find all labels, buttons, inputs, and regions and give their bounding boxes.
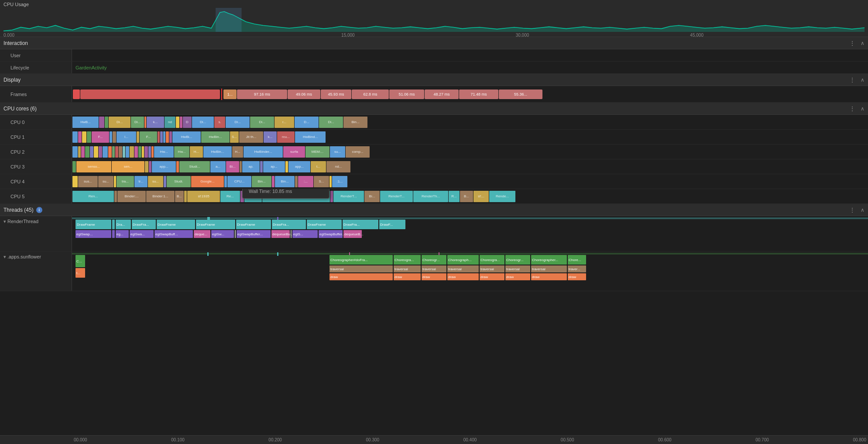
- cpu0-seg-15[interactable]: r...: [274, 117, 294, 128]
- cpu1-seg-20[interactable]: rcu...: [277, 131, 295, 143]
- cpu1-seg-10[interactable]: [158, 131, 160, 143]
- cpu2-seg-5[interactable]: [94, 146, 98, 158]
- cpu0-seg-3[interactable]: Di...: [109, 117, 130, 128]
- cpu4-seg-0[interactable]: [72, 176, 78, 187]
- frame-62ms[interactable]: 62.8 ms: [352, 89, 389, 99]
- cpu0-seg-1[interactable]: [99, 117, 104, 128]
- cpu2-seg-13[interactable]: [126, 146, 129, 158]
- rt-egls-2[interactable]: eglS...: [292, 230, 318, 238]
- display-menu-icon[interactable]: ⋮: [847, 76, 857, 84]
- cpu-cores-menu-icon[interactable]: ⋮: [847, 104, 857, 113]
- cpu1-seg-14[interactable]: [169, 131, 172, 143]
- rt-drawframe-0[interactable]: DrawFrame: [75, 220, 111, 229]
- cpu3-seg-5[interactable]: app...: [152, 161, 176, 172]
- rt-dra-0[interactable]: Dra...: [116, 220, 131, 229]
- frame-97ms[interactable]: 97.16 ms: [237, 89, 287, 99]
- cpu3-seg-6[interactable]: [176, 161, 179, 172]
- cpu0-seg-12[interactable]: s.: [214, 117, 225, 128]
- cpu4-seg-14[interactable]: Bin...: [275, 176, 295, 187]
- cpu4-seg-19[interactable]: :1...: [332, 176, 347, 187]
- cpu2-seg-21[interactable]: Hw...: [154, 146, 174, 158]
- cpu4-seg-13[interactable]: [272, 176, 274, 187]
- cpu4-seg-18[interactable]: [329, 176, 332, 187]
- choreo-6[interactable]: Choreographer...: [531, 255, 567, 265]
- cpu3-seg-17[interactable]: nd...: [326, 161, 350, 172]
- cpu4-seg-2[interactable]: su...: [98, 176, 113, 187]
- choreo-7[interactable]: Chore...: [568, 255, 586, 265]
- cpu3-seg-16[interactable]: t...: [311, 161, 326, 172]
- frame-bar-large[interactable]: [80, 89, 220, 99]
- interaction-chevron-icon[interactable]: ∧: [861, 40, 865, 46]
- cpu1-seg-21[interactable]: HwBind...: [295, 131, 326, 143]
- content-area[interactable]: Interaction ⋮ ∧ User Lifecycle GardenAct…: [0, 37, 868, 435]
- cpu3-seg-0[interactable]: [72, 161, 76, 172]
- cpu2-seg-30[interactable]: comp...: [346, 146, 370, 158]
- cpu2-seg-8[interactable]: [108, 146, 112, 158]
- cpu3-seg-10[interactable]: [240, 161, 242, 172]
- cpu1-seg-11[interactable]: [160, 131, 163, 143]
- cpu0-seg-2[interactable]: [105, 117, 108, 128]
- cpu4-seg-5[interactable]: tr...: [134, 176, 148, 187]
- cpu4-seg-11[interactable]: CPU...: [227, 176, 251, 187]
- cpu5-seg-1[interactable]: [114, 191, 117, 202]
- cpu1-seg-15[interactable]: HwBi...: [172, 131, 201, 143]
- rt-eglswapbuff-0[interactable]: eglSwapBuff...: [154, 230, 193, 238]
- cpu4-seg-10[interactable]: [224, 176, 227, 187]
- cpu0-seg-11[interactable]: Di...: [192, 117, 214, 128]
- cpu3-seg-3[interactable]: [145, 161, 148, 172]
- cpu1-seg-18[interactable]: Jit th...: [239, 131, 263, 143]
- rt-drawframe-5[interactable]: DrawFrame: [307, 220, 342, 229]
- cpu3-seg-1[interactable]: senso...: [76, 161, 111, 172]
- draw-1[interactable]: draw: [394, 273, 421, 280]
- cpu2-seg-27[interactable]: surfa: [283, 146, 305, 158]
- cpu0-seg-8[interactable]: [176, 117, 179, 128]
- cpu1-seg-3[interactable]: [87, 131, 91, 143]
- cpu5-seg-17[interactable]: B...: [460, 191, 473, 202]
- rt-dequeued-0[interactable]: dequeueBu...: [271, 230, 290, 238]
- frame-51ms[interactable]: 51.06 ms: [389, 89, 424, 99]
- cpu2-content[interactable]: Hw... Hw... H... HwBin... H... HwBinder.…: [72, 145, 868, 159]
- cpu0-seg-17[interactable]: Di...: [319, 117, 343, 128]
- cpu0-seg-5[interactable]: [144, 117, 146, 128]
- rt-drawframe-6[interactable]: DrawFra...: [343, 220, 378, 229]
- cpu3-seg-12[interactable]: [260, 161, 263, 172]
- cpu2-seg-16[interactable]: [138, 146, 141, 158]
- cpu1-seg-1[interactable]: [78, 131, 82, 143]
- cpu5-seg-2[interactable]: Binder:...: [117, 191, 146, 202]
- rt-drawframe-2[interactable]: DrawFrame: [196, 220, 235, 229]
- apps-c-0[interactable]: C...: [75, 255, 85, 267]
- frame-49ms[interactable]: 49.06 ms: [288, 89, 320, 99]
- cpu2-seg-7[interactable]: [103, 146, 108, 158]
- cpu2-seg-1[interactable]: [78, 146, 81, 158]
- rt-small-0[interactable]: [112, 220, 115, 229]
- cpu1-seg-12[interactable]: [163, 131, 165, 143]
- cpu0-seg-13[interactable]: Di...: [226, 117, 250, 128]
- apps-t-0[interactable]: t...: [75, 268, 85, 278]
- cpu4-seg-8[interactable]: Studi.: [167, 176, 191, 187]
- cpu5-seg-13[interactable]: Bi...: [364, 191, 380, 202]
- cpu2-seg-9[interactable]: [112, 146, 115, 158]
- cpu4-seg-6[interactable]: su...: [148, 176, 163, 187]
- draw-4[interactable]: draw: [480, 273, 504, 280]
- cpu4-seg-9[interactable]: Google...: [191, 176, 224, 187]
- cpu-cores-chevron-icon[interactable]: ∧: [861, 106, 865, 112]
- cpu1-seg-2[interactable]: [82, 131, 86, 143]
- threads-chevron-icon[interactable]: ∧: [861, 207, 865, 213]
- rt-eglswa-0[interactable]: eglSwa...: [130, 230, 154, 238]
- cpu2-seg-3[interactable]: [85, 146, 89, 158]
- cpu0-seg-14[interactable]: Di...: [250, 117, 274, 128]
- choreo-1[interactable]: Choreogra...: [394, 255, 421, 265]
- cpu5-seg-3[interactable]: Binder:1...: [146, 191, 175, 202]
- cpu2-seg-24[interactable]: HwBin...: [203, 146, 232, 158]
- cpu1-seg-8[interactable]: [137, 131, 139, 143]
- cpu2-seg-17[interactable]: [142, 146, 144, 158]
- draw-5[interactable]: draw: [505, 273, 530, 280]
- cpu3-content[interactable]: senso... sen... app... Studi... a... Bi.…: [72, 159, 868, 174]
- cpu5-content[interactable]: Ren... Binder:... Binder:1... B... sf:19…: [72, 189, 868, 203]
- frame-48ms[interactable]: 48.27 ms: [425, 89, 459, 99]
- cpu0-seg-9[interactable]: [180, 117, 182, 128]
- cpu5-seg-0[interactable]: Ren...: [72, 191, 114, 202]
- cpu3-seg-15[interactable]: app...: [288, 161, 310, 172]
- cpu3-seg-8[interactable]: a...: [210, 161, 226, 172]
- cpu5-seg-12[interactable]: RenderT...: [333, 191, 364, 202]
